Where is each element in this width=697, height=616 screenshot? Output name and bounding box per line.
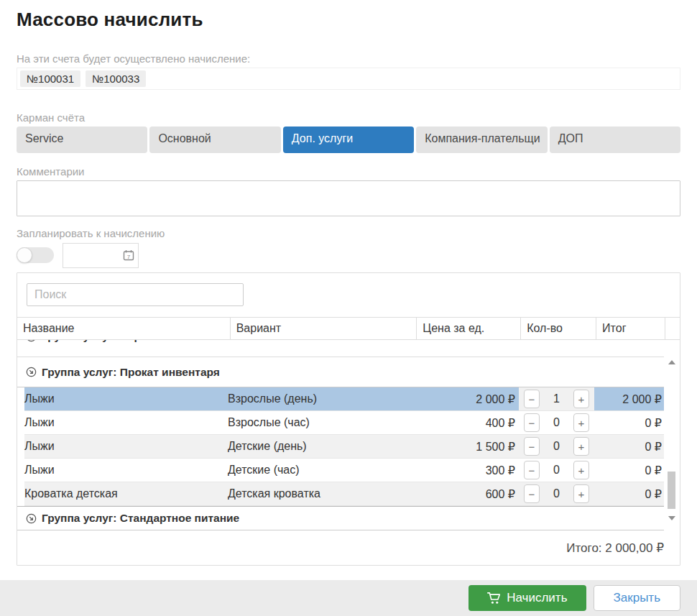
row-spacer (17, 387, 24, 411)
row-spacer (17, 459, 24, 482)
comments-label: Комментарии (17, 165, 680, 178)
qty-plus-button[interactable]: + (573, 390, 589, 408)
quantity-stepper: −1+ (519, 387, 594, 410)
service-total: 0 ₽ (594, 435, 664, 458)
service-total: 0 ₽ (594, 411, 664, 434)
column-header-4[interactable]: Итог (596, 318, 665, 339)
search-input[interactable] (27, 283, 244, 306)
group-label: Группа услуг: Бар (42, 340, 141, 343)
scrollbar-down-icon[interactable] (668, 516, 675, 520)
column-header-0[interactable]: Название (17, 318, 230, 339)
service-group-row[interactable]: Группа услуг: Прокат инвентаря (17, 357, 664, 387)
group-collapse-icon[interactable] (26, 340, 37, 342)
pocket-label: Карман счёта (17, 111, 680, 124)
column-header-1[interactable]: Вариант (230, 318, 417, 339)
qty-plus-button[interactable]: + (573, 413, 589, 432)
schedule-date-field: 7 (63, 243, 139, 268)
schedule-toggle[interactable] (17, 247, 54, 263)
quantity-stepper: −0+ (519, 459, 594, 482)
pocket-tab-1[interactable]: Основной (149, 127, 280, 153)
service-name: Лыжи (24, 411, 228, 434)
service-row[interactable]: ЛыжиДетские (день)1 500 ₽−0+0 ₽ (17, 435, 664, 459)
service-variant: Детские (час) (228, 459, 415, 482)
qty-value: 0 (540, 416, 573, 429)
pocket-tab-2[interactable]: Доп. услуги (283, 127, 414, 153)
group-collapse-icon[interactable] (26, 367, 37, 377)
group-label: Группа услуг: Стандартное питание (42, 512, 239, 525)
quantity-stepper: −0+ (519, 482, 594, 505)
close-button[interactable]: Закрыть (594, 585, 680, 611)
column-header-2[interactable]: Цена за ед. (416, 318, 520, 339)
accounts-label: На эти счета будет осуществлено начислен… (17, 52, 680, 65)
qty-minus-button[interactable]: − (524, 437, 540, 456)
service-unit-price: 1 500 ₽ (415, 435, 519, 458)
service-row[interactable]: Кроватка детскаяДетская кроватка600 ₽−0+… (17, 482, 664, 506)
qty-plus-button[interactable]: + (573, 437, 589, 456)
qty-value: 1 (540, 392, 573, 405)
row-spacer (17, 411, 24, 435)
cart-icon (487, 592, 501, 604)
account-tag: №100031 (20, 70, 80, 87)
service-group-row[interactable]: Группа услуг: Бар (17, 340, 664, 357)
svg-text:7: 7 (127, 253, 131, 259)
pocket-tabs: ServiceОсновнойДоп. услугиКомпания-плате… (17, 127, 680, 153)
service-name: Лыжи (24, 459, 228, 482)
column-header-3[interactable]: Кол-во (520, 318, 596, 339)
services-search-row (17, 273, 680, 317)
calendar-icon: 7 (123, 249, 134, 261)
service-variant: Взрослые (день) (228, 387, 415, 410)
service-row[interactable]: ЛыжиДетские (час)300 ₽−0+0 ₽ (17, 459, 664, 482)
service-row[interactable]: ЛыжиВзрослые (день)2 000 ₽−1+2 000 ₽ (17, 387, 664, 411)
service-group-row[interactable]: Группа услуг: Стандартное питание (17, 506, 664, 530)
row-spacer (17, 482, 24, 506)
toggle-knob (17, 247, 32, 263)
service-total: 0 ₽ (594, 482, 664, 505)
service-total: 2 000 ₽ (594, 387, 664, 410)
services-table-body: Группа услуг: БарГруппа услуг: Прокат ин… (17, 340, 680, 530)
header-gutter (665, 318, 680, 339)
service-name: Лыжи (24, 387, 228, 410)
pocket-tab-3[interactable]: Компания-плательщи (416, 127, 547, 153)
comments-textarea[interactable] (17, 180, 680, 216)
charge-button-label: Начислить (507, 591, 567, 605)
qty-minus-button[interactable]: − (524, 484, 540, 503)
row-spacer (17, 435, 24, 459)
pocket-tab-0[interactable]: Service (17, 127, 147, 153)
services-panel: НазваниеВариантЦена за ед.Кол-воИтог Гру… (17, 272, 680, 566)
qty-minus-button[interactable]: − (524, 461, 540, 479)
qty-minus-button[interactable]: − (524, 390, 540, 408)
footer-bar: Начислить Закрыть (0, 580, 697, 616)
service-total: 0 ₽ (594, 459, 664, 482)
qty-value: 0 (540, 440, 573, 453)
qty-value: 0 (540, 464, 573, 477)
group-label: Группа услуг: Прокат инвентаря (42, 366, 220, 379)
qty-plus-button[interactable]: + (573, 461, 589, 479)
schedule-controls: 7 (17, 242, 680, 268)
total-label: Итого: 2 000,00 ₽ (566, 541, 664, 556)
scrollbar-thumb[interactable] (668, 472, 675, 509)
service-variant: Взрослые (час) (228, 411, 415, 434)
mass-charge-dialog: Массово начислить На эти счета будет осу… (0, 0, 697, 616)
charge-button[interactable]: Начислить (468, 585, 586, 611)
accounts-tags: №100031№100033 (17, 68, 680, 90)
account-tag: №100033 (86, 70, 146, 87)
schedule-label: Запланировать к начислению (17, 227, 680, 239)
pocket-tab-4[interactable]: ДОП (550, 127, 680, 153)
group-collapse-icon[interactable] (26, 513, 37, 524)
services-total-row: Итого: 2 000,00 ₽ (17, 530, 680, 565)
service-row[interactable]: ЛыжиВзрослые (час)400 ₽−0+0 ₽ (17, 411, 664, 435)
service-unit-price: 600 ₽ (415, 482, 519, 505)
service-unit-price: 400 ₽ (415, 411, 519, 434)
service-unit-price: 300 ₽ (415, 459, 519, 482)
scrollbar-up-icon[interactable] (668, 360, 675, 364)
service-unit-price: 2 000 ₽ (415, 387, 519, 410)
qty-minus-button[interactable]: − (524, 413, 540, 432)
table-scrollbar[interactable] (667, 340, 677, 530)
quantity-stepper: −0+ (519, 411, 594, 434)
quantity-stepper: −0+ (519, 435, 594, 458)
services-table-header: НазваниеВариантЦена за ед.Кол-воИтог (17, 317, 680, 340)
qty-value: 0 (540, 487, 573, 500)
service-variant: Детская кроватка (228, 482, 415, 505)
service-variant: Детские (день) (228, 435, 415, 458)
qty-plus-button[interactable]: + (573, 484, 589, 503)
